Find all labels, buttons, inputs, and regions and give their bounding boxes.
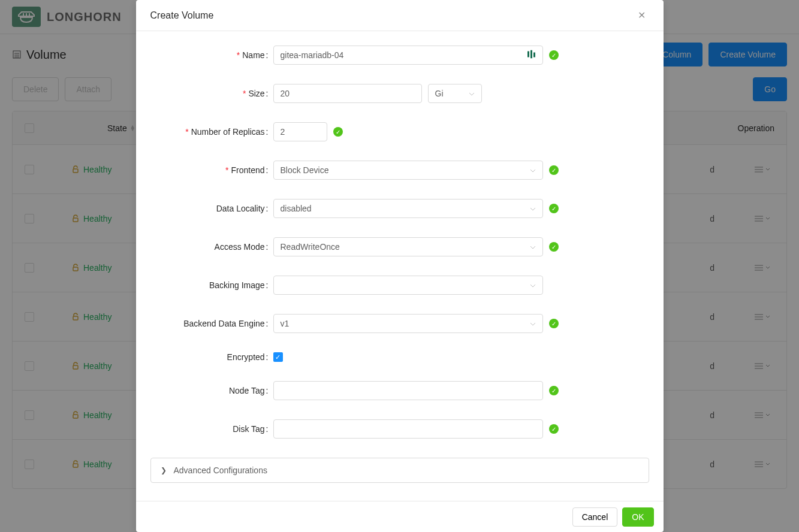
close-icon[interactable]: ✕ — [635, 10, 649, 21]
valid-icon: ✓ — [549, 165, 559, 175]
access-mode-select[interactable]: ReadWriteOnce — [273, 237, 543, 256]
cancel-button[interactable]: Cancel — [572, 507, 618, 527]
chevron-down-icon — [530, 166, 536, 174]
backend-engine-select[interactable]: v1 — [273, 314, 543, 333]
valid-icon: ✓ — [549, 424, 559, 434]
svg-rect-34 — [533, 53, 535, 58]
chevron-down-icon — [530, 243, 536, 251]
create-volume-modal: Create Volume ✕ *Name gitea-mariadb-04 ✓… — [136, 0, 664, 532]
size-label: *Size — [150, 89, 273, 98]
encrypted-label: Encrypted — [150, 352, 273, 362]
modal-body: *Name gitea-mariadb-04 ✓ *Size 20 — [136, 31, 664, 501]
svg-rect-33 — [530, 50, 532, 59]
size-unit-select[interactable]: Gi — [428, 84, 482, 103]
name-input[interactable]: gitea-mariadb-04 — [273, 46, 543, 65]
valid-icon: ✓ — [333, 127, 343, 137]
replicas-input[interactable]: 2 — [273, 122, 327, 141]
access-mode-label: Access Mode — [150, 242, 273, 252]
data-locality-label: Data Locality — [150, 204, 273, 213]
chevron-down-icon — [530, 281, 536, 289]
frontend-select[interactable]: Block Device — [273, 161, 543, 180]
chevron-right-icon: ❯ — [161, 466, 167, 474]
frontend-label: *Frontend — [150, 165, 273, 175]
valid-icon: ✓ — [549, 242, 559, 252]
size-input[interactable]: 20 — [273, 84, 422, 103]
backend-engine-label: Backend Data Engine — [150, 319, 273, 328]
backing-image-select[interactable] — [273, 276, 543, 295]
chevron-down-icon — [530, 319, 536, 328]
ok-button[interactable]: OK — [622, 507, 653, 527]
valid-icon: ✓ — [549, 50, 559, 60]
chevron-down-icon — [469, 89, 475, 98]
password-manager-icon[interactable] — [527, 50, 536, 61]
advanced-configurations-panel[interactable]: ❯ Advanced Configurations — [150, 458, 649, 483]
modal-header: Create Volume ✕ — [136, 0, 664, 31]
modal-title: Create Volume — [150, 10, 214, 21]
encrypted-checkbox[interactable]: ✓ — [273, 352, 283, 362]
node-tag-label: Node Tag — [150, 386, 273, 395]
node-tag-input[interactable] — [273, 381, 543, 400]
svg-rect-32 — [527, 52, 529, 58]
backing-image-label: Backing Image — [150, 280, 273, 290]
disk-tag-label: Disk Tag — [150, 424, 273, 434]
data-locality-select[interactable]: disabled — [273, 199, 543, 218]
advanced-configurations-label: Advanced Configurations — [174, 466, 267, 475]
valid-icon: ✓ — [549, 386, 559, 395]
disk-tag-input[interactable] — [273, 419, 543, 439]
valid-icon: ✓ — [549, 204, 559, 213]
replicas-label: *Number of Replicas — [150, 127, 273, 137]
chevron-down-icon — [530, 204, 536, 213]
modal-mask: Create Volume ✕ *Name gitea-mariadb-04 ✓… — [0, 0, 799, 532]
modal-footer: Cancel OK — [136, 501, 664, 532]
valid-icon: ✓ — [549, 319, 559, 328]
name-label: *Name — [150, 50, 273, 60]
